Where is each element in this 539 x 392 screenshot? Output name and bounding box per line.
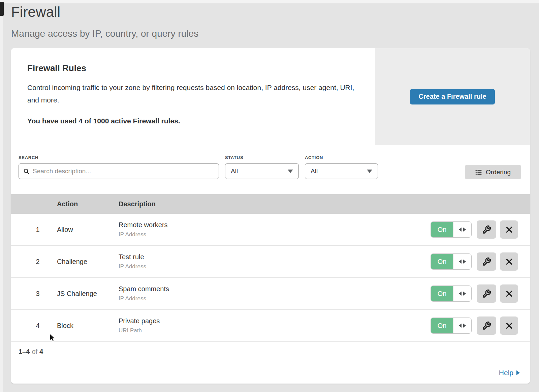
rule-row: 3 JS Challenge Spam comments IP Address … (11, 278, 530, 310)
pagination-total: 4 (39, 348, 43, 356)
status-select-value: All (231, 168, 238, 175)
card-heading: Firewall Rules (27, 63, 86, 73)
card-aside: Create a Firewall rule (375, 48, 530, 145)
screen-edge-top (0, 0, 539, 3)
rule-match-type: URI Path (119, 327, 431, 334)
firewall-rules-card: Firewall Rules Control incoming traffic … (11, 48, 530, 145)
chevron-right-icon (516, 370, 520, 375)
chevron-down-icon (367, 170, 372, 173)
card-description: Control incoming traffic to your zone by… (27, 81, 357, 106)
wrench-icon (482, 225, 491, 234)
ordering-button[interactable]: Ordering (465, 165, 521, 179)
rule-description: Remote workers (119, 221, 431, 229)
rule-controls: On (431, 316, 518, 335)
toggle-on-label: On (431, 254, 453, 269)
ordering-button-label: Ordering (486, 169, 511, 176)
delete-rule-button[interactable] (500, 252, 518, 271)
column-header-description: Description (119, 194, 156, 214)
wrench-icon (482, 257, 491, 266)
search-label: SEARCH (19, 155, 38, 160)
search-box[interactable] (19, 163, 219, 179)
rule-controls: On (431, 284, 518, 303)
edit-rule-button[interactable] (477, 316, 496, 335)
left-right-arrows-icon[interactable] (453, 286, 471, 301)
rule-priority: 1 (31, 226, 44, 234)
rule-match-type: IP Address (119, 263, 431, 270)
rule-priority: 3 (31, 290, 44, 298)
rule-enabled-toggle[interactable]: On (431, 221, 472, 238)
edit-rule-button[interactable] (477, 220, 496, 239)
rule-match-type: IP Address (119, 295, 431, 302)
page-subtitle: Manage access by IP, country, or query r… (11, 28, 198, 39)
action-label: ACTION (305, 155, 323, 160)
rule-action: Block (57, 322, 119, 330)
left-right-arrows-icon[interactable] (453, 254, 471, 269)
delete-rule-button[interactable] (500, 316, 518, 335)
screen-edge-left (0, 3, 3, 392)
rule-description: Spam comments (119, 285, 431, 293)
pagination-row: 1–4 of 4 (11, 342, 530, 362)
rule-match-type: IP Address (119, 231, 431, 238)
rule-controls: On (431, 220, 518, 239)
left-right-arrows-icon[interactable] (453, 318, 471, 333)
pagination-of: of (32, 348, 37, 356)
page-title: Firewall (11, 4, 198, 20)
rule-row: 1 Allow Remote workers IP Address On (11, 214, 530, 246)
pagination-range: 1–4 (19, 348, 30, 356)
list-icon (475, 169, 482, 176)
help-link-label: Help (499, 369, 513, 377)
delete-rule-button[interactable] (500, 284, 518, 303)
filters-bar: SEARCH STATUS All ACTION All (11, 145, 530, 194)
toggle-on-label: On (431, 286, 453, 301)
rule-enabled-toggle[interactable]: On (431, 318, 472, 334)
rule-action: Allow (57, 226, 119, 234)
rule-enabled-toggle[interactable]: On (431, 253, 472, 270)
rule-action: Challenge (57, 258, 119, 266)
edit-rule-button[interactable] (477, 284, 496, 303)
rule-enabled-toggle[interactable]: On (431, 285, 472, 302)
left-right-arrows-icon[interactable] (453, 222, 471, 237)
rule-action: JS Challenge (57, 290, 119, 298)
status-select[interactable]: All (225, 163, 299, 179)
wrench-icon (482, 289, 491, 298)
toggle-on-label: On (431, 222, 453, 237)
firewall-rules-panel: Firewall Rules Control incoming traffic … (11, 48, 530, 384)
chevron-down-icon (288, 170, 293, 173)
search-icon (23, 168, 30, 175)
status-label: STATUS (225, 155, 243, 160)
rule-row: 4 Block Private pages URI Path On (11, 310, 530, 342)
rule-description: Test rule (119, 253, 431, 261)
wrench-icon (482, 321, 491, 330)
rule-row: 2 Challenge Test rule IP Address On (11, 246, 530, 278)
usage-note: You have used 4 of 1000 active Firewall … (27, 117, 180, 125)
window-corner-artifact (0, 2, 4, 16)
action-select[interactable]: All (305, 163, 378, 179)
x-icon (505, 322, 513, 330)
toggle-on-label: On (431, 318, 453, 333)
create-firewall-rule-button[interactable]: Create a Firewall rule (410, 89, 495, 104)
action-select-value: All (311, 168, 318, 175)
column-header-action: Action (57, 194, 78, 214)
rule-priority: 4 (31, 322, 44, 330)
x-icon (505, 290, 513, 298)
x-icon (505, 226, 513, 234)
search-input[interactable] (33, 164, 219, 178)
rule-controls: On (431, 252, 518, 271)
edit-rule-button[interactable] (477, 252, 496, 271)
help-link[interactable]: Help (499, 369, 520, 377)
page-header: Firewall Manage access by IP, country, o… (11, 4, 198, 39)
rule-description: Private pages (119, 317, 431, 325)
rule-priority: 2 (31, 258, 44, 266)
delete-rule-button[interactable] (500, 220, 518, 239)
table-header: Action Description (11, 194, 530, 214)
x-icon (505, 258, 513, 266)
help-row: Help (11, 362, 530, 383)
